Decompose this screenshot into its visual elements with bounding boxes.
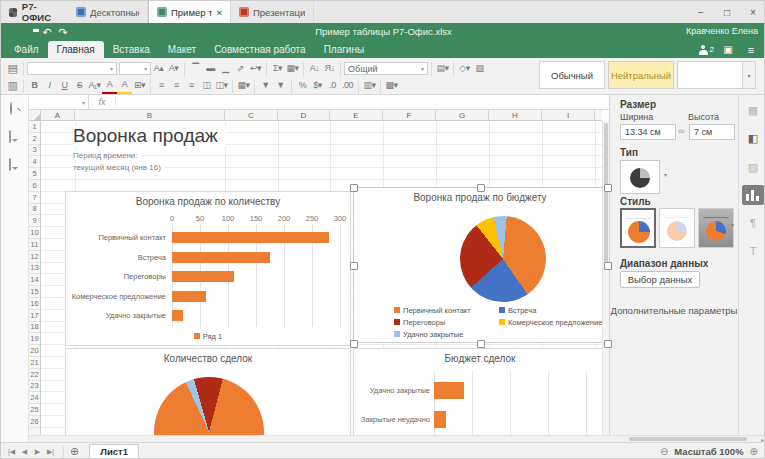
wrap-text-button[interactable]: ↩▾: [248, 61, 263, 76]
comments-button[interactable]: [9, 131, 11, 142]
align-middle-button[interactable]: ▬: [203, 61, 218, 76]
add-sheet-button[interactable]: ⊕: [70, 445, 79, 458]
row-header-15[interactable]: 15: [29, 286, 40, 298]
image-settings-button[interactable]: ▨: [739, 161, 765, 174]
format-as-table-button[interactable]: ▩▾: [384, 78, 399, 93]
column-header-G[interactable]: G: [436, 110, 489, 121]
strikethrough-button[interactable]: S: [72, 78, 87, 93]
row-header-6[interactable]: 6: [29, 180, 40, 192]
ribbon-tab-file[interactable]: Файл: [5, 41, 48, 58]
fx-icon[interactable]: fx: [89, 97, 116, 107]
select-all-button[interactable]: [29, 110, 41, 121]
cell-style-neutral[interactable]: Нейтральный: [608, 61, 674, 89]
cell-sheet-title[interactable]: Воронка продаж: [73, 125, 226, 147]
decrease-font-button[interactable]: A▾: [166, 61, 181, 76]
horizontal-scrollbar[interactable]: ▸: [29, 435, 765, 442]
selection-handle-nw[interactable]: [350, 184, 358, 192]
row-header-9[interactable]: 9: [29, 215, 40, 227]
italic-button[interactable]: I: [42, 78, 57, 93]
chart-settings-button[interactable]: [742, 185, 764, 205]
collab-users-button[interactable]: 2: [699, 44, 714, 55]
ribbon-tab-plugins[interactable]: Плагины: [315, 41, 374, 58]
chart-type-chevron[interactable]: ▾: [664, 171, 667, 178]
copy-style-button[interactable]: ▧: [472, 61, 487, 76]
vertical-scrollbar-thumb[interactable]: [604, 123, 608, 263]
sort-ascending-button[interactable]: А↓: [307, 61, 322, 76]
horizontal-scrollbar-thumb[interactable]: [629, 437, 747, 441]
zoom-out-button[interactable]: ⊖: [660, 446, 668, 457]
ribbon-tab-insert[interactable]: Вставка: [104, 41, 159, 58]
link-dimensions-icon[interactable]: ∞: [678, 126, 684, 136]
underline-button[interactable]: U: [57, 78, 72, 93]
decrease-decimal-button[interactable]: .0: [325, 78, 340, 93]
currency-style-button[interactable]: $▾: [310, 78, 325, 93]
column-header-D[interactable]: D: [278, 110, 330, 121]
app-tab-desktop-editors[interactable]: Десктопные р...: [68, 1, 148, 23]
row-header-5[interactable]: 5: [29, 168, 40, 180]
percent-style-button[interactable]: %: [295, 78, 310, 93]
column-header-F[interactable]: F: [383, 110, 436, 121]
paragraph-settings-button[interactable]: ¶: [739, 217, 765, 229]
selection-handle-w[interactable]: [350, 262, 358, 270]
ribbon-tab-collaboration[interactable]: Совместная работа: [205, 41, 315, 58]
filter-button[interactable]: ▼: [258, 78, 273, 93]
clear-filter-button[interactable]: ▼: [273, 78, 288, 93]
height-input[interactable]: 7 см: [689, 124, 735, 140]
bold-button[interactable]: B: [27, 78, 42, 93]
insert-cells-button[interactable]: ▤▾: [435, 61, 450, 76]
prev-sheet-button[interactable]: ◀: [18, 448, 31, 456]
next-sheet-button[interactable]: ▶: [31, 448, 44, 456]
chart-deals-budget[interactable]: Бюджет сделок Удачно закрытыеЗакрытые не…: [353, 348, 607, 436]
maximize-button[interactable]: □: [714, 1, 740, 23]
selection-handle-se[interactable]: [604, 340, 612, 348]
fill-button[interactable]: ▦▾: [285, 61, 300, 76]
row-header-24[interactable]: 24: [29, 392, 40, 404]
column-header-E[interactable]: E: [330, 110, 383, 121]
ribbon-tab-home[interactable]: Главная: [48, 41, 104, 58]
search-button[interactable]: [10, 103, 12, 114]
number-format-select[interactable]: Общий▾: [344, 62, 428, 75]
align-right-button[interactable]: ≡: [184, 78, 199, 93]
row-header-8[interactable]: 8: [29, 204, 40, 216]
copy-button[interactable]: ▥: [5, 78, 20, 93]
merge-menu-button[interactable]: ◫▾: [214, 78, 229, 93]
deals-count-pie[interactable]: [154, 377, 264, 436]
cell-settings-button[interactable]: ▦: [739, 104, 765, 117]
cell-period-label[interactable]: Период времени:: [73, 151, 142, 160]
highlight-color-button[interactable]: A: [117, 77, 132, 94]
increase-decimal-button[interactable]: .00: [340, 78, 355, 93]
orientation-button[interactable]: ⇗: [233, 61, 248, 76]
app-tab-presentation[interactable]: Презентация1...: [231, 1, 314, 23]
row-header-16[interactable]: 16: [29, 298, 40, 310]
style-gallery-chevron[interactable]: ▾: [731, 221, 734, 228]
bar-2[interactable]: [172, 252, 270, 263]
bar-1[interactable]: [434, 382, 464, 399]
chart-funnel-by-budget[interactable]: Воронка продаж по бюджету Первичный конт…: [353, 187, 607, 343]
font-color-button[interactable]: A: [102, 77, 117, 94]
ribbon-tab-layout[interactable]: Макет: [159, 41, 205, 58]
row-header-21[interactable]: 21: [29, 357, 40, 369]
selection-handle-ne[interactable]: [604, 184, 612, 192]
sheet-tab-list1[interactable]: Лист1: [89, 444, 139, 459]
clear-button[interactable]: ◇▾: [457, 61, 472, 76]
font-size-select[interactable]: ▾: [119, 62, 151, 75]
column-header-B[interactable]: B: [75, 110, 225, 121]
row-header-4[interactable]: 4: [29, 156, 40, 168]
cell-styles-expand-button[interactable]: ▾: [743, 61, 756, 89]
bar-4[interactable]: [172, 291, 206, 302]
row-header-10[interactable]: 10: [29, 227, 40, 239]
subscript-button[interactable]: A₁▾: [87, 78, 102, 93]
open-file-location-button[interactable]: ▣: [716, 44, 740, 55]
increase-font-button[interactable]: A▴: [151, 61, 166, 76]
row-header-3[interactable]: 3: [29, 145, 40, 157]
close-tab-icon[interactable]: ×: [216, 7, 222, 18]
row-header-13[interactable]: 13: [29, 263, 40, 275]
paste-button[interactable]: ▤: [5, 61, 20, 76]
row-header-11[interactable]: 11: [29, 239, 40, 251]
row-header-22[interactable]: 22: [29, 369, 40, 381]
chart-style-1[interactable]: [620, 208, 656, 248]
chart-deals-count[interactable]: Количество сделок: [65, 348, 351, 436]
chart-type-selector[interactable]: [620, 160, 660, 194]
row-header-18[interactable]: 18: [29, 322, 40, 334]
column-header-A[interactable]: A: [41, 110, 75, 121]
